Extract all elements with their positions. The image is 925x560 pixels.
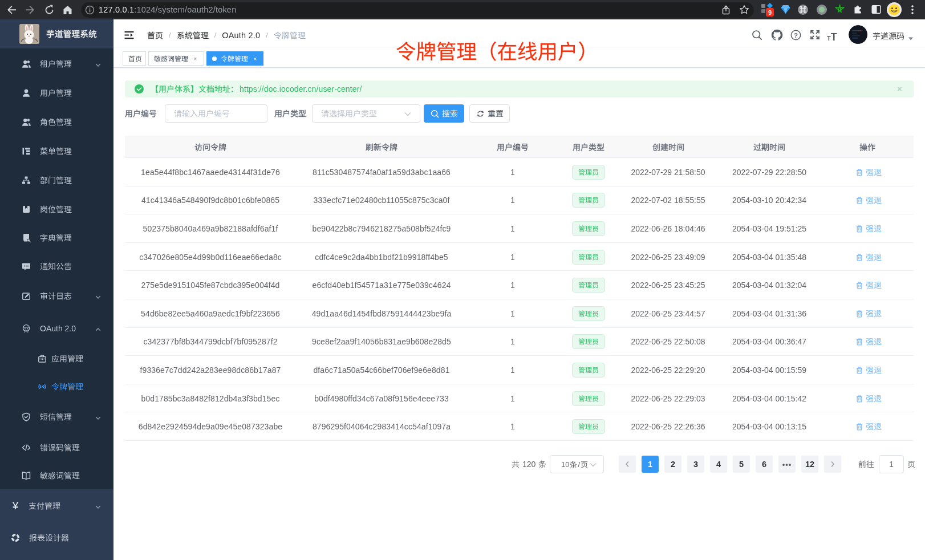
- svg-text:9: 9: [768, 9, 772, 16]
- svg-text:?: ?: [794, 32, 798, 39]
